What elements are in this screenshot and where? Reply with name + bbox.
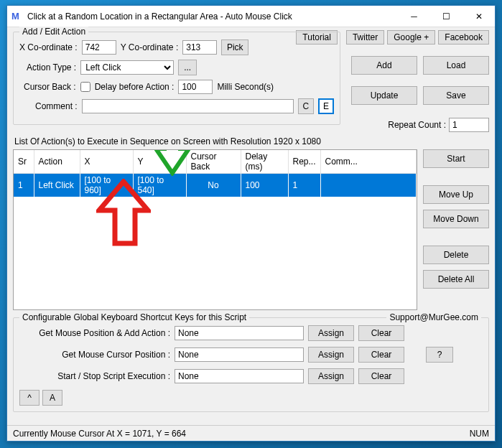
x-input[interactable] bbox=[82, 40, 116, 55]
table-row[interactable]: 1 Left Click [100 to 960] [100 to 540] N… bbox=[14, 174, 417, 197]
delete-button[interactable]: Delete bbox=[423, 246, 489, 264]
list-label: List Of Action(s) to Execute in Sequence… bbox=[14, 136, 489, 146]
a-button[interactable]: A bbox=[42, 390, 62, 406]
sc2-clear[interactable]: Clear bbox=[358, 347, 404, 363]
delay-input[interactable] bbox=[178, 80, 213, 94]
comment-label: Comment : bbox=[35, 101, 78, 111]
status-num: NUM bbox=[470, 429, 489, 439]
sc2-assign[interactable]: Assign bbox=[308, 347, 354, 363]
sc3-label: Start / Stop Script Execution : bbox=[19, 371, 170, 381]
delay-unit: Milli Second(s) bbox=[217, 82, 274, 92]
support-link[interactable]: Support@MurGee.com bbox=[386, 312, 481, 322]
help-button[interactable]: ? bbox=[426, 347, 453, 363]
deleteall-button[interactable]: Delete All bbox=[423, 270, 489, 289]
movedown-button[interactable]: Move Down bbox=[423, 210, 489, 228]
th-sr[interactable]: Sr bbox=[14, 150, 34, 174]
actions-table[interactable]: Sr Action X Y Cursor Back Delay (ms) Rep… bbox=[13, 149, 417, 310]
status-text: Currently Mouse Cursor At X = 1071, Y = … bbox=[13, 429, 186, 439]
load-button[interactable]: Load bbox=[423, 56, 489, 75]
th-comm[interactable]: Comm... bbox=[320, 150, 416, 174]
sc2-label: Get Mouse Cursor Position : bbox=[19, 350, 170, 360]
actiontype-label: Action Type : bbox=[27, 62, 76, 73]
add-button[interactable]: Add bbox=[351, 56, 417, 75]
sc1-assign[interactable]: Assign bbox=[308, 325, 354, 341]
th-action[interactable]: Action bbox=[34, 150, 80, 174]
actiontype-select[interactable]: Left Click bbox=[80, 60, 174, 75]
y-label: Y Co-ordinate : bbox=[121, 42, 179, 52]
start-button[interactable]: Start bbox=[423, 149, 489, 168]
repeat-input[interactable] bbox=[449, 118, 489, 132]
sc3-clear[interactable]: Clear bbox=[358, 368, 404, 384]
c-button[interactable]: C bbox=[298, 98, 314, 114]
sc1-label: Get Mouse Position & Add Action : bbox=[19, 328, 170, 338]
delay-label: Delay before Action : bbox=[95, 82, 175, 92]
th-rep[interactable]: Rep... bbox=[288, 150, 320, 174]
caret-button[interactable]: ^ bbox=[19, 390, 39, 406]
twitter-button[interactable]: Twitter bbox=[346, 30, 384, 45]
moveup-button[interactable]: Move Up bbox=[423, 185, 489, 204]
window-title: Click at a Random Location in a Rectangu… bbox=[27, 11, 398, 22]
actiontype-more-button[interactable]: ... bbox=[178, 60, 197, 75]
pick-button[interactable]: Pick bbox=[221, 39, 248, 55]
th-cursorback[interactable]: Cursor Back bbox=[186, 150, 241, 174]
statusbar: Currently Mouse Cursor At X = 1071, Y = … bbox=[7, 425, 495, 441]
red-arrow-icon bbox=[96, 179, 151, 248]
x-label: X Co-ordinate : bbox=[19, 42, 78, 52]
green-arrow-icon bbox=[154, 149, 190, 176]
y-input[interactable] bbox=[182, 40, 217, 55]
sc2-input[interactable] bbox=[175, 347, 304, 362]
titlebar: M Click at a Random Location in a Rectan… bbox=[7, 6, 495, 27]
update-button[interactable]: Update bbox=[351, 86, 417, 105]
group-legend: Add / Edit Action bbox=[19, 27, 88, 37]
maximize-button[interactable]: ☐ bbox=[430, 6, 463, 27]
shortcuts-legend: Configurable Global Keyboard Shortcut Ke… bbox=[19, 312, 249, 322]
main-window: M Click at a Random Location in a Rectan… bbox=[6, 5, 496, 442]
sc3-input[interactable] bbox=[175, 369, 304, 383]
comment-input[interactable] bbox=[82, 99, 294, 113]
sc1-clear[interactable]: Clear bbox=[358, 325, 404, 341]
close-button[interactable]: ✕ bbox=[463, 6, 495, 27]
sc1-input[interactable] bbox=[175, 326, 304, 340]
facebook-button[interactable]: Facebook bbox=[438, 30, 489, 45]
minimize-button[interactable]: ─ bbox=[398, 6, 430, 27]
app-logo: M bbox=[11, 11, 23, 22]
cursorback-checkbox[interactable] bbox=[80, 82, 90, 92]
repeat-label: Repeat Count : bbox=[388, 120, 446, 130]
save-button[interactable]: Save bbox=[423, 86, 489, 105]
th-delay[interactable]: Delay (ms) bbox=[241, 150, 288, 174]
sc3-assign[interactable]: Assign bbox=[308, 368, 354, 384]
th-x[interactable]: X bbox=[80, 150, 133, 174]
e-button[interactable]: E bbox=[318, 98, 334, 114]
google-button[interactable]: Google + bbox=[387, 30, 435, 45]
cursorback-label: Cursor Back : bbox=[24, 82, 76, 92]
